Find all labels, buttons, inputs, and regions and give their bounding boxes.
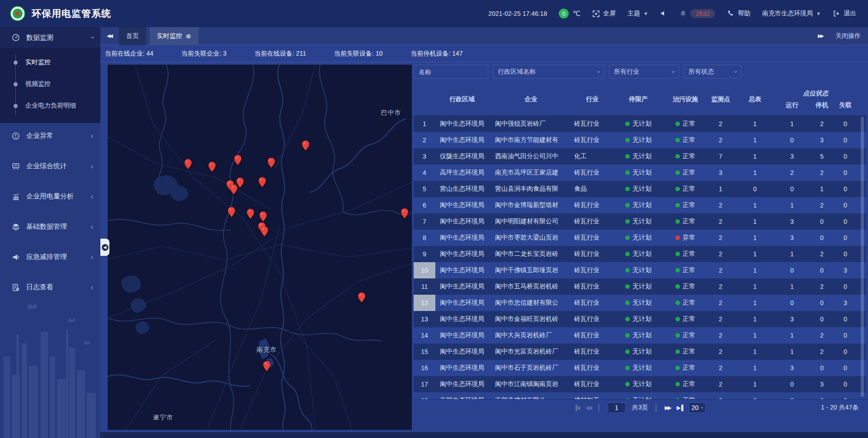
table-row[interactable]: 18南部生态环境局南部县建材有限公建材加工无计划正常60060 [414, 392, 866, 399]
cell-running: 3 [774, 311, 810, 327]
map-panel[interactable]: 巴中市南充市遂宁市 [108, 65, 412, 430]
page-number-input[interactable] [608, 402, 626, 413]
help-button[interactable]: 帮助 [727, 9, 750, 18]
name-filter[interactable] [414, 65, 488, 79]
table-row[interactable]: 16阆中生态环境局阆中市石子页岩机砖厂砖瓦行业无计划正常21300 [414, 360, 866, 376]
tab-close-icon[interactable]: ⊗ [186, 33, 191, 40]
cell-stopped: 2 [810, 344, 834, 360]
first-page-button[interactable]: ▐◀ [574, 405, 579, 411]
table-row[interactable]: 9阆中生态环境局阆中市二龙长宝页岩砖砖瓦行业无计划正常21120 [414, 246, 866, 262]
table-row[interactable]: 8阆中生态环境局阆中市枣碧大梁山页岩砖瓦行业无计划异常21300 [414, 230, 866, 246]
gauge-icon [12, 33, 20, 42]
map-pin-icon[interactable] [260, 226, 269, 237]
table-row[interactable]: 10阆中生态环境局阆中千佛镇五郎垭页岩砖瓦行业无计划正常21003 [414, 262, 866, 278]
map-pin-icon[interactable] [234, 155, 242, 165]
map-pin-icon[interactable] [263, 361, 271, 372]
org-dropdown[interactable]: 南充市生态环境局▼ [762, 9, 821, 18]
cell-industry: 砖瓦行业 [573, 165, 611, 181]
cell-facility-status: 正常 [665, 213, 705, 230]
map-pin-icon[interactable] [208, 161, 216, 172]
map-pin-icon[interactable] [302, 140, 310, 151]
cell-limit-status: 无计划 [611, 311, 665, 327]
table-row[interactable]: 4高坪生态环境局南充市高坪区王家店建砖瓦行业无计划正常31220 [414, 165, 866, 181]
status-dot-icon [625, 187, 630, 191]
tabs-scroll-right-icon[interactable]: ▶▶ [818, 33, 823, 39]
cell-running: 3 [774, 213, 810, 230]
sidebar-collapse-handle[interactable]: ◀ [100, 239, 109, 256]
tabs-scroll-left-icon[interactable]: ◀◀ [100, 33, 115, 39]
map-pin-icon[interactable] [227, 207, 236, 217]
table-header: 行政区域企业行业停限产治污设施监测点总表点位状态运行停机失联 [414, 84, 866, 116]
close-operations-button[interactable]: 关闭操作 [835, 32, 861, 40]
map-pin-icon[interactable] [236, 177, 244, 188]
cell-monitor-points: 2 [705, 213, 736, 230]
status-dot-icon [675, 268, 680, 273]
cell-limit-status: 无计划 [611, 132, 665, 148]
theme-dropdown[interactable]: 主题▼ [627, 9, 648, 18]
cell-region: 阆中生态环境局 [435, 213, 489, 230]
map-pin-icon[interactable] [401, 208, 409, 219]
map-pin-icon[interactable] [258, 177, 266, 188]
cell-facility-status: 正常 [665, 246, 705, 262]
sidebar-item[interactable]: 基础数据管理‹ [0, 214, 100, 240]
industry-filter-select[interactable]: 所有行业 ‹ [609, 65, 679, 79]
alert-icon [12, 132, 20, 140]
chevron-down-icon: ‹ [595, 71, 602, 73]
table-row[interactable]: 3仪陇生态环境局西南油气田分公司川中化工无计划正常71350 [414, 148, 866, 165]
cell-stopped: 2 [810, 278, 834, 295]
status-filter-select[interactable]: 所有状态 ‹ [684, 65, 741, 79]
map-pin-icon[interactable] [246, 208, 255, 219]
tab-1[interactable]: 实时监控⊗ [150, 27, 198, 45]
prev-page-button[interactable]: ◀◀ [585, 405, 591, 411]
sidebar-item[interactable]: 数据监测‹ [0, 27, 100, 48]
cell-total-meters: 1 [736, 327, 774, 344]
cell-region: 阆中生态环境局 [435, 278, 489, 295]
map-pin-icon[interactable] [267, 157, 275, 168]
chevron-down-icon: ‹ [88, 36, 95, 38]
sidebar-item[interactable]: 企业异常‹ [0, 123, 100, 149]
table-row[interactable]: 5营山生态环境局营山县润丰肉食品有限食品无计划正常10010 [414, 181, 866, 197]
cell-offline: 0 [834, 181, 857, 197]
table-row[interactable]: 6阆中生态环境局阆中市金博瑞新型墙材砖瓦行业无计划正常21120 [414, 197, 866, 213]
cell-total-meters: 1 [736, 262, 774, 278]
table-row[interactable]: 7阆中生态环境局阆中明阳建材有限公司砖瓦行业无计划正常21300 [414, 213, 866, 230]
mute-button[interactable] [660, 10, 668, 18]
sidebar-subitem[interactable]: 视频监控 [0, 73, 100, 95]
sidebar-subitem[interactable]: 实时监控 [0, 52, 100, 73]
sidebar-item[interactable]: 应急减排管理‹ [0, 244, 100, 270]
map-pin-icon[interactable] [259, 211, 267, 222]
sidebar-item[interactable]: 企业综合统计‹ [0, 153, 100, 179]
table-row[interactable]: 11阆中生态环境局阆中市五马桥页岩机砖砖瓦行业无计划正常21120 [414, 278, 866, 295]
tab-0[interactable]: 首页 [119, 27, 146, 45]
table-row[interactable]: 15阆中生态环境局阆中市光富页岩机砖厂砖瓦行业无计划正常21120 [414, 344, 866, 360]
logout-button[interactable]: 退出 [833, 9, 856, 18]
name-filter-input[interactable] [419, 68, 483, 75]
cell-total-meters: 1 [736, 311, 774, 327]
notification-badge[interactable]: 2632 [679, 9, 715, 18]
next-page-button[interactable]: ▶▶ [665, 405, 670, 411]
bell-icon [679, 10, 687, 18]
page-size-select[interactable]: 20 ‹ [689, 402, 706, 413]
table-scrollbar[interactable] [861, 117, 864, 397]
cell-limit-status: 无计划 [611, 392, 665, 399]
fullscreen-button[interactable]: 全屏 [592, 9, 616, 18]
caret-down-icon: ▼ [816, 11, 821, 16]
map-pin-icon[interactable] [184, 159, 192, 170]
stats-bar: 当前在线企业: 44当前失联企业: 3当前在线设备: 211当前失联设备: 10… [100, 46, 868, 62]
map-pin-icon[interactable] [358, 292, 366, 303]
cell-facility-status: 正常 [665, 344, 705, 360]
table-row[interactable]: 1阆中生态环境局阆中强锐页岩砖厂砖瓦行业无计划正常21120 [414, 116, 866, 132]
table-row[interactable]: 17阆中生态环境局阆中市江南镇阆南页岩砖瓦行业无计划正常21030 [414, 376, 866, 392]
table-row[interactable]: 13阆中生态环境局阆中市金福旺页岩机砖砖瓦行业无计划正常21300 [414, 311, 866, 327]
region-filter-select[interactable]: 行政区域名称 ‹ [493, 65, 604, 79]
speaker-icon [660, 10, 668, 18]
table-row[interactable]: 12阆中生态环境局阆中市忠信建材有限公砖瓦行业无计划正常21003 [414, 295, 866, 311]
cell-index: 15 [414, 344, 435, 360]
sidebar-subitem[interactable]: 企业电力负荷明细 [0, 95, 100, 117]
butterfly-decoration [27, 304, 90, 345]
sidebar-item[interactable]: 企业用电量分析‹ [0, 184, 100, 209]
last-page-button[interactable]: ▶▐ [677, 405, 682, 411]
app-title: 环保用电监管系统 [32, 7, 111, 20]
table-row[interactable]: 14阆中生态环境局阆中大兴页岩机砖厂砖瓦行业无计划正常21120 [414, 327, 866, 344]
table-row[interactable]: 2阆中生态环境局阆中市南方节能建材有砖瓦行业无计划正常21030 [414, 132, 866, 148]
